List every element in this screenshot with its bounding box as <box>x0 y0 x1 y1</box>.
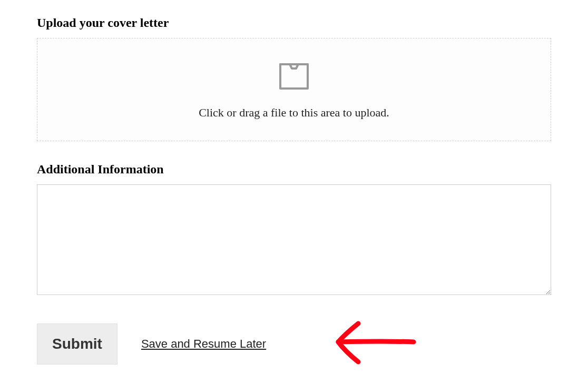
upload-instructions-text: Click or drag a file to this area to upl… <box>199 106 389 120</box>
file-upload-dropzone[interactable]: Click or drag a file to this area to upl… <box>37 38 551 141</box>
additional-info-label: Additional Information <box>37 162 551 176</box>
cover-letter-upload-section: Upload your cover letter Click or drag a… <box>37 16 551 141</box>
cover-letter-label: Upload your cover letter <box>37 16 551 30</box>
additional-info-textarea[interactable] <box>37 184 551 295</box>
additional-info-section: Additional Information <box>37 162 551 297</box>
inbox-icon <box>277 62 311 93</box>
annotation-arrow-icon <box>332 316 422 370</box>
save-resume-link[interactable]: Save and Resume Later <box>141 337 266 351</box>
form-actions: Submit Save and Resume Later <box>37 323 551 365</box>
submit-button[interactable]: Submit <box>37 323 117 365</box>
